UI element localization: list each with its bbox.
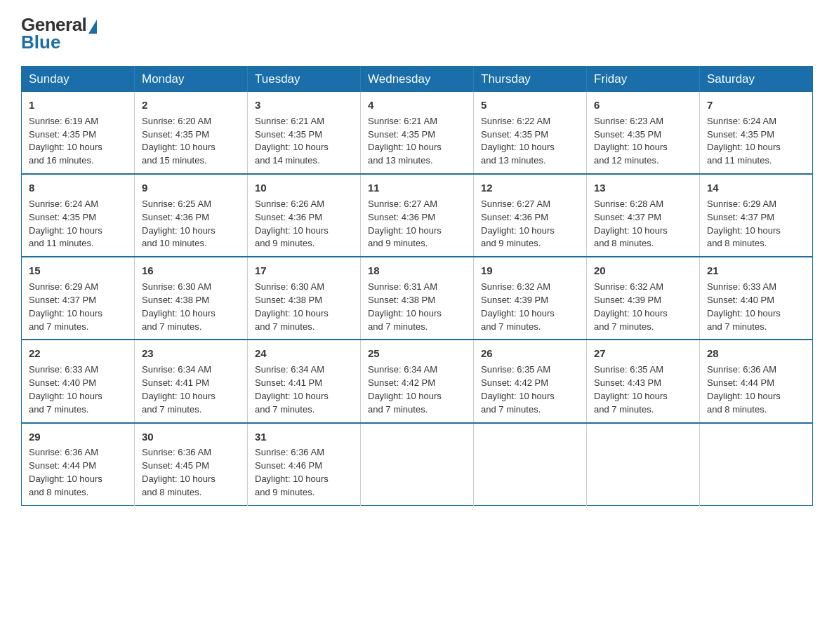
day-number: 10 [255, 180, 353, 196]
weekday-header-monday: Monday [135, 67, 248, 93]
logo-triangle-icon [88, 20, 97, 34]
day-number: 23 [142, 346, 240, 361]
day-number: 4 [368, 98, 466, 113]
day-info: Sunrise: 6:21 AMSunset: 4:35 PMDaylight:… [255, 116, 329, 166]
weekday-header-saturday: Saturday [700, 67, 813, 93]
day-info: Sunrise: 6:30 AMSunset: 4:38 PMDaylight:… [142, 281, 216, 332]
weekday-header-thursday: Thursday [474, 67, 587, 93]
day-number: 8 [29, 180, 127, 196]
day-number: 31 [255, 429, 353, 445]
calendar-cell: 10Sunrise: 6:26 AMSunset: 4:36 PMDayligh… [248, 174, 361, 257]
calendar-cell: 25Sunrise: 6:34 AMSunset: 4:42 PMDayligh… [361, 340, 474, 422]
day-number: 5 [481, 98, 579, 113]
day-info: Sunrise: 6:29 AMSunset: 4:37 PMDaylight:… [29, 281, 102, 332]
day-info: Sunrise: 6:35 AMSunset: 4:43 PMDaylight:… [594, 364, 668, 415]
day-number: 26 [481, 346, 579, 361]
calendar-cell: 7Sunrise: 6:24 AMSunset: 4:35 PMDaylight… [700, 92, 813, 174]
day-info: Sunrise: 6:36 AMSunset: 4:44 PMDaylight:… [707, 364, 781, 415]
calendar-cell: 12Sunrise: 6:27 AMSunset: 4:36 PMDayligh… [474, 174, 587, 257]
day-number: 24 [255, 346, 353, 361]
calendar-cell: 14Sunrise: 6:29 AMSunset: 4:37 PMDayligh… [700, 174, 813, 257]
weekday-header-sunday: Sunday [22, 67, 135, 93]
day-number: 1 [29, 98, 127, 113]
page-header: General Blue [21, 14, 813, 53]
calendar-week-row: 1Sunrise: 6:19 AMSunset: 4:35 PMDaylight… [22, 92, 813, 174]
calendar-cell: 29Sunrise: 6:36 AMSunset: 4:44 PMDayligh… [22, 423, 135, 506]
calendar-cell: 11Sunrise: 6:27 AMSunset: 4:36 PMDayligh… [361, 174, 474, 257]
day-info: Sunrise: 6:33 AMSunset: 4:40 PMDaylight:… [707, 281, 781, 332]
day-info: Sunrise: 6:34 AMSunset: 4:41 PMDaylight:… [255, 364, 329, 415]
day-info: Sunrise: 6:34 AMSunset: 4:42 PMDaylight:… [368, 364, 442, 415]
day-info: Sunrise: 6:30 AMSunset: 4:38 PMDaylight:… [255, 281, 329, 332]
day-info: Sunrise: 6:20 AMSunset: 4:35 PMDaylight:… [142, 116, 216, 166]
day-info: Sunrise: 6:19 AMSunset: 4:35 PMDaylight:… [29, 116, 102, 166]
day-number: 25 [368, 346, 466, 361]
day-info: Sunrise: 6:36 AMSunset: 4:45 PMDaylight:… [142, 447, 216, 497]
calendar-cell [361, 423, 474, 506]
calendar-cell: 19Sunrise: 6:32 AMSunset: 4:39 PMDayligh… [474, 257, 587, 340]
calendar-cell: 2Sunrise: 6:20 AMSunset: 4:35 PMDaylight… [135, 92, 248, 174]
calendar-cell: 15Sunrise: 6:29 AMSunset: 4:37 PMDayligh… [22, 257, 135, 340]
day-number: 30 [142, 429, 240, 445]
calendar-cell: 13Sunrise: 6:28 AMSunset: 4:37 PMDayligh… [587, 174, 700, 257]
day-info: Sunrise: 6:33 AMSunset: 4:40 PMDaylight:… [29, 364, 102, 415]
day-info: Sunrise: 6:29 AMSunset: 4:37 PMDaylight:… [707, 199, 781, 249]
weekday-header-row: SundayMondayTuesdayWednesdayThursdayFrid… [22, 67, 813, 93]
day-number: 15 [29, 263, 127, 279]
day-info: Sunrise: 6:24 AMSunset: 4:35 PMDaylight:… [707, 116, 781, 166]
day-info: Sunrise: 6:36 AMSunset: 4:44 PMDaylight:… [29, 447, 102, 497]
day-info: Sunrise: 6:36 AMSunset: 4:46 PMDaylight:… [255, 447, 329, 497]
day-info: Sunrise: 6:34 AMSunset: 4:41 PMDaylight:… [142, 364, 216, 415]
day-number: 11 [368, 180, 466, 196]
calendar-cell: 20Sunrise: 6:32 AMSunset: 4:39 PMDayligh… [587, 257, 700, 340]
day-number: 9 [142, 180, 240, 196]
calendar-cell: 27Sunrise: 6:35 AMSunset: 4:43 PMDayligh… [587, 340, 700, 422]
calendar-cell: 23Sunrise: 6:34 AMSunset: 4:41 PMDayligh… [135, 340, 248, 422]
calendar-cell: 3Sunrise: 6:21 AMSunset: 4:35 PMDaylight… [248, 92, 361, 174]
calendar-cell: 16Sunrise: 6:30 AMSunset: 4:38 PMDayligh… [135, 257, 248, 340]
calendar-cell: 31Sunrise: 6:36 AMSunset: 4:46 PMDayligh… [248, 423, 361, 506]
day-number: 17 [255, 263, 353, 279]
day-info: Sunrise: 6:31 AMSunset: 4:38 PMDaylight:… [368, 281, 442, 332]
calendar-week-row: 22Sunrise: 6:33 AMSunset: 4:40 PMDayligh… [22, 340, 813, 422]
logo-blue-text: Blue [21, 32, 60, 53]
day-info: Sunrise: 6:24 AMSunset: 4:35 PMDaylight:… [29, 199, 102, 249]
calendar-cell [587, 423, 700, 506]
calendar-cell: 21Sunrise: 6:33 AMSunset: 4:40 PMDayligh… [700, 257, 813, 340]
day-number: 2 [142, 98, 240, 113]
day-number: 6 [594, 98, 692, 113]
calendar-cell: 9Sunrise: 6:25 AMSunset: 4:36 PMDaylight… [135, 174, 248, 257]
day-info: Sunrise: 6:22 AMSunset: 4:35 PMDaylight:… [481, 116, 555, 166]
weekday-header-wednesday: Wednesday [361, 67, 474, 93]
day-number: 28 [707, 346, 805, 361]
calendar-cell: 28Sunrise: 6:36 AMSunset: 4:44 PMDayligh… [700, 340, 813, 422]
calendar-cell: 17Sunrise: 6:30 AMSunset: 4:38 PMDayligh… [248, 257, 361, 340]
calendar-cell: 26Sunrise: 6:35 AMSunset: 4:42 PMDayligh… [474, 340, 587, 422]
day-number: 16 [142, 263, 240, 279]
day-number: 3 [255, 98, 353, 113]
day-number: 21 [707, 263, 805, 279]
day-number: 18 [368, 263, 466, 279]
day-info: Sunrise: 6:26 AMSunset: 4:36 PMDaylight:… [255, 199, 329, 249]
day-number: 20 [594, 263, 692, 279]
calendar-cell: 5Sunrise: 6:22 AMSunset: 4:35 PMDaylight… [474, 92, 587, 174]
calendar-cell: 8Sunrise: 6:24 AMSunset: 4:35 PMDaylight… [22, 174, 135, 257]
day-info: Sunrise: 6:21 AMSunset: 4:35 PMDaylight:… [368, 116, 442, 166]
calendar-cell: 1Sunrise: 6:19 AMSunset: 4:35 PMDaylight… [22, 92, 135, 174]
day-number: 12 [481, 180, 579, 196]
calendar-cell: 30Sunrise: 6:36 AMSunset: 4:45 PMDayligh… [135, 423, 248, 506]
calendar-cell [474, 423, 587, 506]
day-info: Sunrise: 6:27 AMSunset: 4:36 PMDaylight:… [481, 199, 555, 249]
calendar-cell [700, 423, 813, 506]
day-info: Sunrise: 6:32 AMSunset: 4:39 PMDaylight:… [594, 281, 668, 332]
day-info: Sunrise: 6:27 AMSunset: 4:36 PMDaylight:… [368, 199, 442, 249]
calendar-week-row: 29Sunrise: 6:36 AMSunset: 4:44 PMDayligh… [22, 423, 813, 506]
day-number: 19 [481, 263, 579, 279]
day-info: Sunrise: 6:32 AMSunset: 4:39 PMDaylight:… [481, 281, 555, 332]
calendar-cell: 18Sunrise: 6:31 AMSunset: 4:38 PMDayligh… [361, 257, 474, 340]
day-info: Sunrise: 6:23 AMSunset: 4:35 PMDaylight:… [594, 116, 668, 166]
day-number: 22 [29, 346, 127, 361]
weekday-header-friday: Friday [587, 67, 700, 93]
calendar-week-row: 15Sunrise: 6:29 AMSunset: 4:37 PMDayligh… [22, 257, 813, 340]
day-number: 13 [594, 180, 692, 196]
